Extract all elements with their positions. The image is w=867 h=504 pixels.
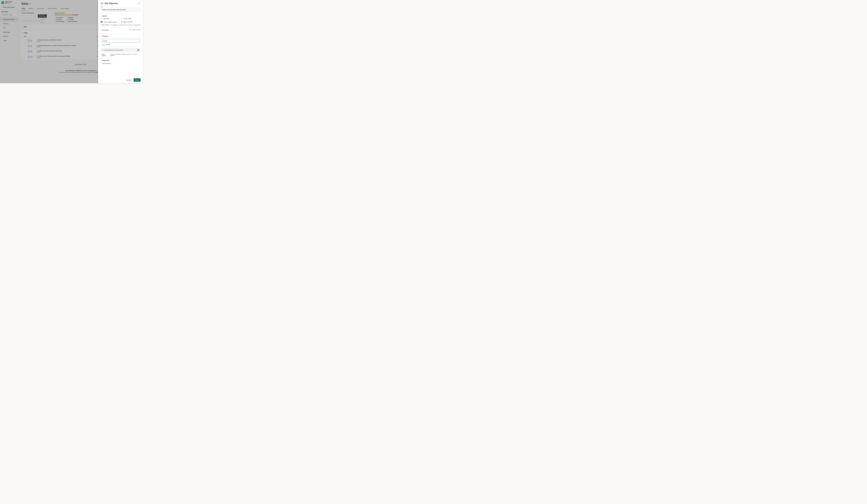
details-meta: Not delegated • Anyone can view • No tag…	[111, 24, 141, 26]
integration-icon: ⚙	[102, 49, 103, 51]
auto-source-radio[interactable]	[137, 49, 139, 51]
progress-section-header[interactable]: › Progress	[100, 35, 141, 37]
title-field-label: Title	[100, 6, 141, 8]
chevron-down-icon: ›	[100, 60, 102, 61]
detail-type[interactable]: ⌬ Type:Team	[100, 18, 120, 19]
outcome-summary: Get to 100% complete	[129, 29, 141, 31]
outcome-section-header[interactable]: › Outcome Get to 100% complete	[100, 29, 141, 31]
data-source-search-input[interactable]	[102, 39, 140, 43]
chevron-right-icon: ›	[100, 54, 101, 56]
org-tree-icon: ⌬	[100, 18, 102, 19]
suggestion-mysql[interactable]: MySQL MySQL	[102, 43, 140, 46]
close-icon: ✕	[139, 3, 140, 4]
auto-from-data-source-row[interactable]: ⚙ Automatically from a data source	[100, 48, 141, 52]
chevron-right-icon: ›	[100, 29, 101, 31]
objective-title-input[interactable]	[100, 8, 141, 12]
progress-more-options[interactable]: › More Options You are responsible for m…	[100, 53, 141, 56]
arrow-up-icon: ↑	[100, 62, 101, 64]
detail-when[interactable]: 📅 When: Q2 2022	[121, 21, 141, 23]
detail-owner[interactable]: AJ Owner: Abigail Jackson	[100, 21, 120, 23]
details-more-options[interactable]: › More Options Not delegated • Anyone ca…	[100, 24, 141, 26]
mysql-logo-icon: MySQL	[102, 44, 105, 45]
chevron-down-icon: ›	[100, 16, 102, 16]
detail-team[interactable]: ⌬ 1 Team: Sales	[121, 18, 141, 19]
chevron-down-icon: ›	[100, 35, 102, 36]
chevron-down-icon[interactable]: ⌄	[118, 3, 119, 4]
chevron-right-icon: ›	[100, 24, 101, 26]
calendar-icon: 📅	[121, 21, 122, 23]
owner-avatar: AJ	[100, 21, 103, 23]
align-objective-link[interactable]: ↑ Align objective	[100, 62, 141, 64]
panel-title: Edit Objective ⌄	[105, 2, 119, 4]
close-panel-button[interactable]: ✕	[138, 2, 141, 4]
objective-target-icon	[100, 2, 103, 5]
save-button[interactable]: Save	[134, 78, 141, 82]
cancel-button[interactable]: Cancel	[125, 78, 132, 82]
org-tree-icon: ⌬	[121, 18, 122, 19]
alignment-section-header[interactable]: › Alignment	[100, 60, 141, 62]
progress-meta: You are responsible for making check-ins…	[110, 54, 141, 56]
edit-objective-panel: Edit Objective ⌄ ✕ Title › Details ⌬ Typ…	[98, 0, 143, 83]
details-section-header[interactable]: › Details	[100, 15, 141, 17]
